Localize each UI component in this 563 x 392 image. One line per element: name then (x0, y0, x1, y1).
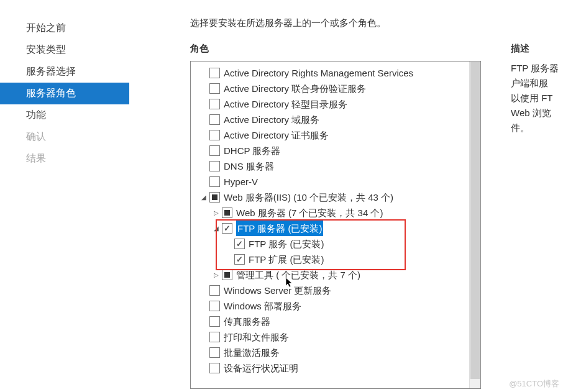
role-checkbox[interactable] (209, 83, 220, 94)
role-label: Web 服务器 (7 个已安装，共 34 个) (236, 205, 383, 221)
role-checkbox[interactable] (209, 301, 220, 311)
nav-server-selection[interactable]: 服务器选择 (0, 61, 129, 83)
roles-header: 角色 (190, 43, 481, 55)
role-row[interactable]: 传真服务器 (196, 314, 478, 329)
role-row[interactable]: 打印和文件服务 (196, 329, 478, 345)
role-label: DNS 服务器 (224, 158, 274, 174)
role-checkbox[interactable] (222, 207, 232, 218)
role-checkbox[interactable] (209, 285, 220, 296)
role-row[interactable]: Windows 部署服务 (196, 298, 478, 314)
role-row[interactable]: ◢FTP 服务器 (已安装) (196, 221, 478, 236)
role-row[interactable]: ▷管理工具 ( 个已安装，共 7 个) (196, 267, 478, 283)
role-label: 管理工具 ( 个已安装，共 7 个) (236, 267, 360, 283)
role-checkbox[interactable] (209, 176, 220, 187)
role-label: Windows 部署服务 (224, 298, 301, 314)
wizard-sidebar: 开始之前 安装类型 服务器选择 服务器角色 功能 确认 结果 (0, 0, 129, 392)
role-row[interactable]: Active Directory 联合身份验证服务 (196, 81, 478, 96)
nav-installation-type[interactable]: 安装类型 (0, 39, 129, 61)
role-row[interactable]: Hyper-V (196, 174, 478, 189)
expander-collapse-icon[interactable]: ◢ (212, 221, 221, 236)
role-label: 设备运行状况证明 (224, 360, 298, 376)
expander-expand-icon[interactable]: ▷ (212, 267, 221, 283)
role-row[interactable]: Active Directory Rights Management Servi… (196, 65, 478, 81)
instruction-text: 选择要安装在所选服务器上的一个或多个角色。 (190, 17, 563, 29)
role-row[interactable]: 设备运行状况证明 (196, 360, 478, 376)
role-row[interactable]: Active Directory 轻型目录服务 (196, 96, 478, 112)
role-checkbox[interactable] (209, 68, 220, 78)
role-label: DHCP 服务器 (224, 143, 280, 158)
role-row[interactable]: Active Directory 证书服务 (196, 127, 478, 143)
nav-confirmation: 确认 (0, 126, 129, 148)
description-text: FTP 服务器 户端和服 以使用 FT Web 浏览 件。 (511, 61, 563, 135)
role-row[interactable]: DHCP 服务器 (196, 143, 478, 158)
nav-server-roles[interactable]: 服务器角色 (0, 83, 129, 104)
role-row[interactable]: 批量激活服务 (196, 345, 478, 360)
role-label: Active Directory 证书服务 (224, 127, 329, 143)
role-checkbox[interactable] (209, 99, 220, 109)
nav-before-you-begin[interactable]: 开始之前 (0, 17, 129, 39)
roles-tree: Active Directory Rights Management Servi… (190, 61, 481, 389)
role-row[interactable]: FTP 服务 (已安装) (196, 236, 478, 252)
nav-features[interactable]: 功能 (0, 104, 129, 126)
role-row[interactable]: ▷Web 服务器 (7 个已安装，共 34 个) (196, 205, 478, 221)
role-checkbox[interactable] (222, 223, 232, 234)
role-label: Active Directory Rights Management Servi… (224, 65, 413, 81)
role-checkbox[interactable] (209, 130, 220, 140)
role-checkbox[interactable] (222, 270, 232, 280)
role-row[interactable]: ◢Web 服务器(IIS) (10 个已安装，共 43 个) (196, 189, 478, 205)
role-checkbox[interactable] (209, 363, 220, 373)
role-label: Hyper-V (224, 174, 258, 189)
role-label: Windows Server 更新服务 (224, 283, 331, 298)
role-checkbox[interactable] (234, 254, 245, 265)
scrollbar[interactable] (469, 62, 480, 388)
role-checkbox[interactable] (234, 239, 245, 249)
role-row[interactable]: Active Directory 域服务 (196, 112, 478, 127)
role-label: 批量激活服务 (224, 345, 280, 360)
main-panel: 选择要安装在所选服务器上的一个或多个角色。 角色 Active Director… (129, 0, 563, 392)
role-label: Active Directory 轻型目录服务 (224, 96, 347, 112)
role-checkbox[interactable] (209, 332, 220, 342)
role-label: FTP 扩展 (已安装) (249, 252, 324, 267)
role-row[interactable]: Windows Server 更新服务 (196, 283, 478, 298)
role-checkbox[interactable] (209, 192, 220, 203)
expander-expand-icon[interactable]: ▷ (212, 205, 221, 221)
role-checkbox[interactable] (209, 161, 220, 171)
role-checkbox[interactable] (209, 316, 220, 327)
watermark-text: @51CTO博客 (509, 378, 559, 390)
role-label: FTP 服务器 (已安装) (236, 221, 323, 236)
role-label: Active Directory 域服务 (224, 112, 319, 127)
role-label: Web 服务器(IIS) (10 个已安装，共 43 个) (224, 189, 393, 205)
role-row[interactable]: FTP 扩展 (已安装) (196, 252, 478, 267)
description-header: 描述 (511, 43, 563, 55)
role-label: FTP 服务 (已安装) (249, 236, 324, 252)
expander-collapse-icon[interactable]: ◢ (199, 189, 208, 205)
role-checkbox[interactable] (209, 114, 220, 125)
role-row[interactable]: DNS 服务器 (196, 158, 478, 174)
role-label: Active Directory 联合身份验证服务 (224, 81, 366, 96)
role-label: 打印和文件服务 (224, 329, 289, 345)
role-label: 传真服务器 (224, 314, 270, 329)
role-checkbox[interactable] (209, 145, 220, 156)
scroll-thumb[interactable] (470, 62, 480, 379)
role-checkbox[interactable] (209, 347, 220, 358)
nav-results: 结果 (0, 148, 129, 170)
